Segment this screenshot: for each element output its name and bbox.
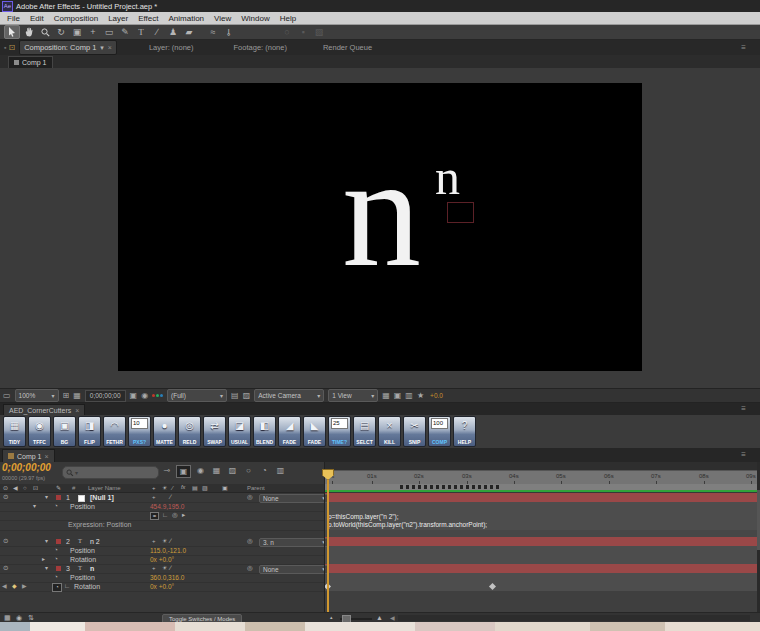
label-color-chip[interactable] [56,495,61,500]
expression-label[interactable]: Expression: Position [68,521,131,528]
safe-zones-icon[interactable]: ⊞ [63,391,70,400]
twirl-icon[interactable]: ▾ [33,503,36,509]
lock-icon[interactable]: ⊡ [8,44,15,52]
rotation-tool[interactable]: ↻ [54,26,68,38]
hand-tool[interactable] [22,26,36,38]
zoom-in-timeline-icon[interactable]: ▲ [376,614,383,621]
current-time-display[interactable]: 0;00;00;00 [2,462,51,473]
property-row-n-rotation[interactable]: ◀ ◆ ▶ ◔ ∟ Rotation 0x +0.0° [0,582,325,592]
keyframe-nav-diamond-icon[interactable]: ◆ [12,583,17,589]
viewer-timecode[interactable]: 0;00;00;00 [85,390,126,402]
menu-layer[interactable]: Layer [108,14,128,23]
viewer-panel-menu-icon[interactable]: ≡ [741,44,746,52]
script-button-fade-2[interactable]: ◣FADE [303,416,326,447]
type-tool[interactable]: T [134,26,148,38]
script-button-pxs[interactable]: 10PXS? [128,416,151,447]
video-eye-icon[interactable]: ⊙ [3,565,8,572]
twirl-icon[interactable]: ▾ [45,494,48,500]
zoom-tool[interactable] [38,26,52,38]
expand-transfer-icon[interactable]: ◉ [16,614,22,621]
pen-tool[interactable]: ✎ [118,26,132,38]
tab-close-icon[interactable]: × [108,44,112,51]
roto-brush-tool[interactable]: ≈ [206,26,220,38]
expression-code-line-2[interactable]: p.toWorld(thisComp.layer("n2").transform… [328,521,487,528]
stopwatch-icon[interactable]: ◔ [54,503,58,510]
script-button-matte[interactable]: ●MATTE [153,416,176,447]
always-preview-icon[interactable]: ▭ [3,391,11,400]
pixel-aspect-icon[interactable]: ▦ [382,391,390,400]
script-button-kill[interactable]: ×KILL [378,416,401,447]
timeline-tab[interactable]: Comp 1 × [2,449,55,463]
snapshot-icon[interactable]: ▣ [130,391,138,400]
expression-language-icon[interactable]: ▸ [182,512,185,519]
time-value-input[interactable]: 25 [331,418,348,429]
shy-switch[interactable]: ☀ [162,565,167,571]
frame-blending-icon[interactable]: ▦ [210,465,223,476]
script-button-comp[interactable]: 100COMP [428,416,451,447]
zoom-out-timeline-icon[interactable]: ▴ [330,615,333,620]
stopwatch-active-icon[interactable]: ◔ [52,583,62,592]
position-value[interactable]: 360.0,316.0 [150,574,184,581]
parent-column-header[interactable]: Parent [247,485,265,491]
menu-edit[interactable]: Edit [30,14,44,23]
anchor-switch[interactable]: + [152,565,156,571]
timeline-zoom-slider[interactable] [340,618,372,620]
stopwatch-icon[interactable]: ◔ [54,556,58,563]
graph-editor-icon[interactable]: ▥ [274,465,287,476]
resolution-dropdown[interactable]: (Full) ▾ [167,389,227,402]
tab-composition[interactable]: Composition: Comp 1 ▾ × [19,40,117,55]
next-keyframe-icon[interactable]: ▶ [22,583,27,589]
parent-pick-whip-icon[interactable]: ◎ [247,494,253,501]
menu-window[interactable]: Window [241,14,269,23]
parent-pick-whip-icon[interactable]: ◎ [247,538,253,545]
parent-pick-whip-icon[interactable]: ◎ [247,565,253,572]
script-button-swap[interactable]: ⇄SWAP [203,416,226,447]
flowchart-icon[interactable]: ★ [417,391,424,400]
fast-previews-icon[interactable]: ▣ [394,391,402,400]
stopwatch-icon[interactable]: ◔ [54,547,58,554]
script-button-fethr[interactable]: ◠FETHR [103,416,126,447]
puppet-pin-tool[interactable]: ⊸ [222,26,236,38]
expression-code-line-1[interactable]: p=thisComp.layer("n 2"); [328,513,399,520]
menu-view[interactable]: View [214,14,231,23]
script-button-help[interactable]: ?HELP [453,416,476,447]
twirl-icon[interactable]: ▾ [45,565,48,571]
close-icon[interactable]: × [75,407,79,414]
menu-file[interactable]: File [7,14,20,23]
video-eye-icon[interactable]: ⊙ [3,538,8,545]
script-button-selct[interactable]: ▤SELCT [353,416,376,447]
search-dropdown-icon[interactable]: ▾ [75,470,78,476]
channel-icon[interactable] [152,394,163,397]
layer-name-column-header[interactable]: Layer Name [88,485,121,491]
layer-selection-box[interactable] [447,202,474,223]
composition-mini-flowchart-icon[interactable]: ⊸ [160,465,173,476]
shy-switch[interactable]: ☀ [162,538,167,544]
camera-dropdown[interactable]: Active Camera ▾ [254,389,324,402]
hide-shy-layers-icon[interactable]: ◉ [194,465,207,476]
position-value[interactable]: 115.0,-121.0 [150,547,186,554]
script-button-tffc[interactable]: ◉TFFC [28,416,51,447]
timeline-button-icon[interactable]: ▥ [405,391,413,400]
tab-footage[interactable]: Footage: (none) [234,43,287,52]
script-button-usual[interactable]: ◪USUAL [228,416,251,447]
label-color-chip[interactable] [56,539,61,544]
script-button-tidy[interactable]: ▦TIDY [3,416,26,447]
property-label[interactable]: Rotation [74,583,100,590]
timeline-scrollbar-horizontal[interactable] [398,615,750,621]
transparency-grid-icon[interactable]: ▨ [243,391,251,400]
menu-animation[interactable]: Animation [168,14,204,23]
anchor-switch[interactable]: + [152,494,156,500]
pan-behind-tool[interactable]: + [86,26,100,38]
view-layout-dropdown[interactable]: 1 View ▾ [328,389,378,402]
exposure-value[interactable]: +0.0 [430,392,443,399]
work-area-bar[interactable] [325,484,757,492]
mask-visibility-icon[interactable]: ▦ [73,391,81,400]
show-snapshot-icon[interactable]: ◉ [141,391,148,400]
property-label[interactable]: Rotation [70,556,96,563]
expand-layers-icon[interactable]: ▦ [4,614,11,621]
menu-effect[interactable]: Effect [138,14,158,23]
selection-tool[interactable] [4,25,20,39]
mask-shape-tool[interactable]: ▭ [102,26,116,38]
pxs-value-input[interactable]: 10 [131,418,148,429]
expression-graph-icon[interactable]: ∟ [162,512,168,519]
